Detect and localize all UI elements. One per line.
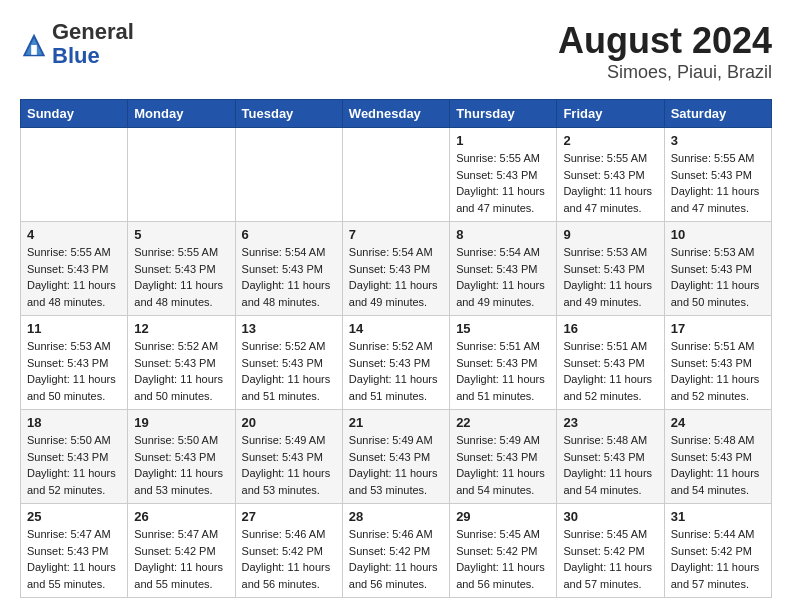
day-info: Sunrise: 5:55 AM Sunset: 5:43 PM Dayligh… <box>27 244 121 310</box>
day-info: Sunrise: 5:53 AM Sunset: 5:43 PM Dayligh… <box>563 244 657 310</box>
calendar-cell: 6Sunrise: 5:54 AM Sunset: 5:43 PM Daylig… <box>235 222 342 316</box>
day-number: 10 <box>671 227 765 242</box>
week-row-1: 1Sunrise: 5:55 AM Sunset: 5:43 PM Daylig… <box>21 128 772 222</box>
calendar-cell: 2Sunrise: 5:55 AM Sunset: 5:43 PM Daylig… <box>557 128 664 222</box>
calendar-cell: 8Sunrise: 5:54 AM Sunset: 5:43 PM Daylig… <box>450 222 557 316</box>
col-header-tuesday: Tuesday <box>235 100 342 128</box>
calendar-title-block: August 2024 Simoes, Piaui, Brazil <box>558 20 772 83</box>
day-info: Sunrise: 5:51 AM Sunset: 5:43 PM Dayligh… <box>563 338 657 404</box>
logo-general-text: General <box>52 20 134 44</box>
col-header-friday: Friday <box>557 100 664 128</box>
calendar-cell <box>235 128 342 222</box>
day-info: Sunrise: 5:54 AM Sunset: 5:43 PM Dayligh… <box>349 244 443 310</box>
calendar-cell: 5Sunrise: 5:55 AM Sunset: 5:43 PM Daylig… <box>128 222 235 316</box>
page-header: General Blue August 2024 Simoes, Piaui, … <box>20 20 772 83</box>
day-number: 3 <box>671 133 765 148</box>
day-info: Sunrise: 5:45 AM Sunset: 5:42 PM Dayligh… <box>563 526 657 592</box>
calendar-cell: 28Sunrise: 5:46 AM Sunset: 5:42 PM Dayli… <box>342 504 449 598</box>
day-info: Sunrise: 5:52 AM Sunset: 5:43 PM Dayligh… <box>349 338 443 404</box>
day-info: Sunrise: 5:54 AM Sunset: 5:43 PM Dayligh… <box>242 244 336 310</box>
calendar-cell: 14Sunrise: 5:52 AM Sunset: 5:43 PM Dayli… <box>342 316 449 410</box>
calendar-cell: 12Sunrise: 5:52 AM Sunset: 5:43 PM Dayli… <box>128 316 235 410</box>
calendar-cell: 26Sunrise: 5:47 AM Sunset: 5:42 PM Dayli… <box>128 504 235 598</box>
day-number: 27 <box>242 509 336 524</box>
calendar-cell: 25Sunrise: 5:47 AM Sunset: 5:43 PM Dayli… <box>21 504 128 598</box>
svg-rect-2 <box>31 45 37 55</box>
calendar-cell <box>128 128 235 222</box>
calendar-cell: 9Sunrise: 5:53 AM Sunset: 5:43 PM Daylig… <box>557 222 664 316</box>
week-row-3: 11Sunrise: 5:53 AM Sunset: 5:43 PM Dayli… <box>21 316 772 410</box>
day-info: Sunrise: 5:55 AM Sunset: 5:43 PM Dayligh… <box>134 244 228 310</box>
day-info: Sunrise: 5:50 AM Sunset: 5:43 PM Dayligh… <box>27 432 121 498</box>
day-number: 4 <box>27 227 121 242</box>
col-header-wednesday: Wednesday <box>342 100 449 128</box>
day-number: 17 <box>671 321 765 336</box>
calendar-cell: 18Sunrise: 5:50 AM Sunset: 5:43 PM Dayli… <box>21 410 128 504</box>
calendar-cell: 31Sunrise: 5:44 AM Sunset: 5:42 PM Dayli… <box>664 504 771 598</box>
calendar-cell: 24Sunrise: 5:48 AM Sunset: 5:43 PM Dayli… <box>664 410 771 504</box>
calendar-cell: 23Sunrise: 5:48 AM Sunset: 5:43 PM Dayli… <box>557 410 664 504</box>
day-info: Sunrise: 5:47 AM Sunset: 5:42 PM Dayligh… <box>134 526 228 592</box>
calendar-cell: 17Sunrise: 5:51 AM Sunset: 5:43 PM Dayli… <box>664 316 771 410</box>
day-number: 26 <box>134 509 228 524</box>
calendar-cell <box>342 128 449 222</box>
day-info: Sunrise: 5:52 AM Sunset: 5:43 PM Dayligh… <box>134 338 228 404</box>
day-info: Sunrise: 5:51 AM Sunset: 5:43 PM Dayligh… <box>671 338 765 404</box>
day-number: 20 <box>242 415 336 430</box>
day-info: Sunrise: 5:55 AM Sunset: 5:43 PM Dayligh… <box>563 150 657 216</box>
day-info: Sunrise: 5:46 AM Sunset: 5:42 PM Dayligh… <box>242 526 336 592</box>
calendar-title: August 2024 <box>558 20 772 62</box>
day-info: Sunrise: 5:51 AM Sunset: 5:43 PM Dayligh… <box>456 338 550 404</box>
col-header-monday: Monday <box>128 100 235 128</box>
day-number: 21 <box>349 415 443 430</box>
day-number: 15 <box>456 321 550 336</box>
calendar-cell: 19Sunrise: 5:50 AM Sunset: 5:43 PM Dayli… <box>128 410 235 504</box>
col-header-thursday: Thursday <box>450 100 557 128</box>
day-info: Sunrise: 5:53 AM Sunset: 5:43 PM Dayligh… <box>27 338 121 404</box>
calendar-cell: 15Sunrise: 5:51 AM Sunset: 5:43 PM Dayli… <box>450 316 557 410</box>
calendar-cell: 30Sunrise: 5:45 AM Sunset: 5:42 PM Dayli… <box>557 504 664 598</box>
calendar-cell: 13Sunrise: 5:52 AM Sunset: 5:43 PM Dayli… <box>235 316 342 410</box>
day-number: 30 <box>563 509 657 524</box>
day-number: 25 <box>27 509 121 524</box>
day-number: 2 <box>563 133 657 148</box>
day-info: Sunrise: 5:44 AM Sunset: 5:42 PM Dayligh… <box>671 526 765 592</box>
calendar-cell: 20Sunrise: 5:49 AM Sunset: 5:43 PM Dayli… <box>235 410 342 504</box>
day-info: Sunrise: 5:49 AM Sunset: 5:43 PM Dayligh… <box>349 432 443 498</box>
day-info: Sunrise: 5:50 AM Sunset: 5:43 PM Dayligh… <box>134 432 228 498</box>
calendar-cell: 7Sunrise: 5:54 AM Sunset: 5:43 PM Daylig… <box>342 222 449 316</box>
day-info: Sunrise: 5:49 AM Sunset: 5:43 PM Dayligh… <box>242 432 336 498</box>
day-number: 8 <box>456 227 550 242</box>
calendar-cell <box>21 128 128 222</box>
day-number: 6 <box>242 227 336 242</box>
day-number: 12 <box>134 321 228 336</box>
day-info: Sunrise: 5:48 AM Sunset: 5:43 PM Dayligh… <box>671 432 765 498</box>
day-info: Sunrise: 5:46 AM Sunset: 5:42 PM Dayligh… <box>349 526 443 592</box>
day-info: Sunrise: 5:55 AM Sunset: 5:43 PM Dayligh… <box>456 150 550 216</box>
calendar-cell: 21Sunrise: 5:49 AM Sunset: 5:43 PM Dayli… <box>342 410 449 504</box>
day-info: Sunrise: 5:52 AM Sunset: 5:43 PM Dayligh… <box>242 338 336 404</box>
calendar-cell: 29Sunrise: 5:45 AM Sunset: 5:42 PM Dayli… <box>450 504 557 598</box>
week-row-5: 25Sunrise: 5:47 AM Sunset: 5:43 PM Dayli… <box>21 504 772 598</box>
day-number: 5 <box>134 227 228 242</box>
day-number: 22 <box>456 415 550 430</box>
day-number: 16 <box>563 321 657 336</box>
week-row-2: 4Sunrise: 5:55 AM Sunset: 5:43 PM Daylig… <box>21 222 772 316</box>
calendar-cell: 10Sunrise: 5:53 AM Sunset: 5:43 PM Dayli… <box>664 222 771 316</box>
calendar-cell: 4Sunrise: 5:55 AM Sunset: 5:43 PM Daylig… <box>21 222 128 316</box>
day-number: 23 <box>563 415 657 430</box>
day-number: 7 <box>349 227 443 242</box>
day-number: 14 <box>349 321 443 336</box>
day-info: Sunrise: 5:49 AM Sunset: 5:43 PM Dayligh… <box>456 432 550 498</box>
day-info: Sunrise: 5:45 AM Sunset: 5:42 PM Dayligh… <box>456 526 550 592</box>
col-header-sunday: Sunday <box>21 100 128 128</box>
logo: General Blue <box>20 20 134 68</box>
day-number: 29 <box>456 509 550 524</box>
day-number: 9 <box>563 227 657 242</box>
day-number: 18 <box>27 415 121 430</box>
day-number: 11 <box>27 321 121 336</box>
day-number: 28 <box>349 509 443 524</box>
calendar-cell: 27Sunrise: 5:46 AM Sunset: 5:42 PM Dayli… <box>235 504 342 598</box>
day-info: Sunrise: 5:47 AM Sunset: 5:43 PM Dayligh… <box>27 526 121 592</box>
day-info: Sunrise: 5:55 AM Sunset: 5:43 PM Dayligh… <box>671 150 765 216</box>
